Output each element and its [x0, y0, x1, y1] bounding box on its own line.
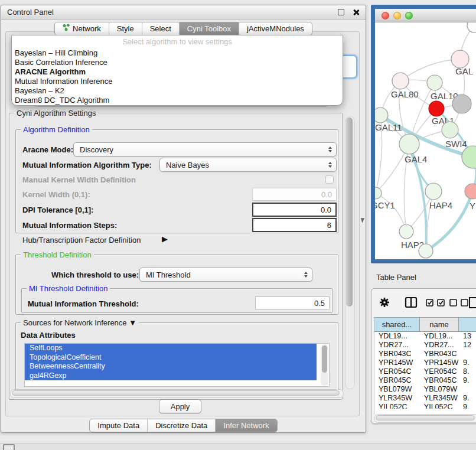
table-cell: 12: [459, 341, 476, 350]
network-node-hap2[interactable]: [399, 224, 413, 239]
column-header[interactable]: name: [420, 318, 459, 331]
data-attribute-item[interactable]: BetweennessCentrality: [25, 362, 317, 371]
kernel-width-field[interactable]: 0.0: [252, 188, 337, 201]
table-row[interactable]: YBR043CYBR043C: [374, 350, 476, 358]
network-node-gal10[interactable]: [427, 75, 442, 90]
settings-horizontal-scrollbar[interactable]: [10, 389, 344, 398]
algorithm-option[interactable]: Mutual Information Inference: [12, 77, 343, 86]
table-cell: [459, 350, 476, 358]
table-cell: YDR27...: [374, 341, 420, 350]
network-node-gcy1[interactable]: [375, 187, 382, 199]
split-columns-icon[interactable]: [405, 296, 418, 308]
scrollbar-thumb[interactable]: [322, 345, 327, 373]
table-cell: YBR045C: [420, 376, 459, 385]
network-node[interactable]: [467, 22, 476, 32]
table-horizontal-scrollbar[interactable]: [374, 414, 476, 423]
network-node-gal4[interactable]: [399, 134, 419, 154]
data-attributes-list[interactable]: SelfLoopsTopologicalCoefficientBetweenne…: [24, 343, 330, 387]
table-row[interactable]: YDR27...YDR27...12: [374, 341, 476, 350]
scrollbar-thumb[interactable]: [346, 118, 353, 306]
dpi-tolerance-field[interactable]: 0.0: [252, 203, 337, 217]
sources-title-text: Sources for Network Inference: [23, 318, 127, 327]
tab-impute-data[interactable]: Impute Data: [90, 419, 148, 432]
network-node-swi4[interactable]: [442, 122, 458, 138]
mi-algorithm-type-combo[interactable]: Naive Bayes: [159, 158, 337, 172]
settings-vertical-scrollbar[interactable]: [345, 116, 355, 389]
control-panel-titlebar: Control Panel: [1, 5, 366, 19]
network-node-gal11[interactable]: [375, 107, 388, 123]
tab-label: Cyni Toolbox: [187, 22, 231, 35]
sources-group-title[interactable]: Sources for Network Inference ▼: [21, 318, 139, 327]
tab-label: Select: [150, 22, 171, 35]
column-header[interactable]: [459, 318, 476, 331]
network-node-gal80[interactable]: [392, 73, 409, 89]
algorithm-option[interactable]: Basic Correlation Inference: [12, 58, 343, 67]
float-window-icon[interactable]: [338, 9, 344, 15]
aracne-mode-label: Aracne Mode:: [22, 145, 73, 154]
network-node-hap4[interactable]: [425, 183, 442, 200]
table-row[interactable]: YPR145WYPR145W9.: [374, 358, 476, 367]
data-attribute-item[interactable]: TopologicalCoefficient: [25, 353, 317, 363]
gear-icon[interactable]: [379, 296, 390, 308]
tab-discretize-data[interactable]: Discretize Data: [148, 419, 216, 432]
table-row[interactable]: YBL079WYBL079W: [374, 385, 476, 394]
table-cell: 9.: [459, 376, 476, 385]
network-node[interactable]: [452, 94, 471, 113]
minimized-panel-icon[interactable]: [3, 444, 15, 450]
mi-threshold-definition-title: MI Threshold Definition: [27, 284, 110, 293]
unselect-all-columns-icon[interactable]: [449, 299, 470, 306]
table-cell: 8.: [459, 367, 476, 376]
select-all-columns-icon[interactable]: [426, 299, 446, 306]
table-row[interactable]: YER054CYER054C8.: [374, 367, 476, 376]
which-threshold-combo[interactable]: MI Threshold: [139, 268, 312, 282]
network-node[interactable]: [462, 146, 476, 168]
tab-select[interactable]: Select: [142, 22, 180, 35]
zoom-traffic-light-icon[interactable]: [405, 12, 413, 19]
scrollbar-thumb[interactable]: [12, 390, 340, 396]
hub-definition-label[interactable]: Hub/Transcription Factor Definition: [22, 236, 141, 244]
function-builder-icon[interactable]: [468, 296, 476, 309]
table-row[interactable]: YLR345WYLR345W9.: [374, 394, 476, 403]
network-node-gal[interactable]: [451, 50, 469, 68]
table-cell: YBL079W: [420, 385, 459, 394]
apply-button[interactable]: Apply: [159, 399, 201, 413]
algorithm-option[interactable]: Bayesian – K2: [12, 86, 343, 96]
data-attribute-item[interactable]: gal4RGexp: [25, 371, 317, 381]
aracne-mode-combo[interactable]: Discovery: [73, 142, 337, 156]
minimize-traffic-light-icon[interactable]: [393, 12, 401, 19]
mi-steps-field[interactable]: 6: [252, 218, 337, 232]
column-header[interactable]: shared...: [374, 318, 420, 331]
close-icon[interactable]: [353, 9, 360, 16]
network-node[interactable]: [419, 244, 433, 258]
algorithm-option[interactable]: Bayesian – Hill Climbing: [12, 48, 343, 58]
node-table[interactable]: shared...name YDL19...YDL19...13YDR27...…: [374, 317, 476, 415]
network-canvas[interactable]: GALGAL80GAL10GAL1GAL11SWI4GAL4GCY1HAP4YH…: [375, 22, 476, 260]
list-scrollbar[interactable]: [321, 344, 328, 386]
tab-cyni-toolbox[interactable]: Cyni Toolbox: [180, 22, 239, 35]
table-row[interactable]: YDL19...YDL19...13: [374, 332, 476, 341]
table-cell: 9.: [459, 358, 476, 367]
algorithm-option[interactable]: Dream8 DC_TDC Algorithm: [12, 96, 343, 105]
manual-kernel-width-checkbox[interactable]: [325, 175, 334, 184]
mi-threshold-label: Mutual Information Threshold:: [28, 299, 139, 308]
algorithm-popup-placeholder: Select algorithm to view settings: [12, 35, 343, 48]
tab-style[interactable]: Style: [109, 22, 142, 35]
scrollbar-thumb[interactable]: [376, 415, 475, 420]
collapse-down-arrow-icon[interactable]: ▼: [129, 318, 136, 327]
algorithm-option[interactable]: ARACNE Algorithm: [12, 67, 343, 77]
close-traffic-light-icon[interactable]: [382, 12, 389, 19]
table-row[interactable]: YBR045CYBR045C9.: [374, 376, 476, 385]
which-threshold-label: Which threshold to use:: [51, 270, 139, 279]
which-threshold-value: MI Threshold: [146, 270, 191, 279]
data-attribute-item[interactable]: SelfLoops: [25, 344, 317, 353]
mi-threshold-field[interactable]: 0.5: [255, 296, 330, 309]
dpi-tolerance-label: DPI Tolerance [0,1]:: [22, 206, 93, 214]
table-row[interactable]: YIL052CYIL052C9.: [374, 403, 476, 409]
network-node-gal1[interactable]: [429, 101, 444, 116]
network-node-y[interactable]: [465, 184, 476, 199]
collapse-right-arrow-icon[interactable]: ▶: [162, 234, 168, 243]
algorithm-definition-title: Algorithm Definition: [21, 125, 92, 134]
tab-infer-network[interactable]: Infer Network: [216, 419, 276, 432]
tab-network[interactable]: Network: [55, 22, 109, 35]
tab-jactivemnodules[interactable]: jActiveMNodules: [239, 22, 312, 35]
